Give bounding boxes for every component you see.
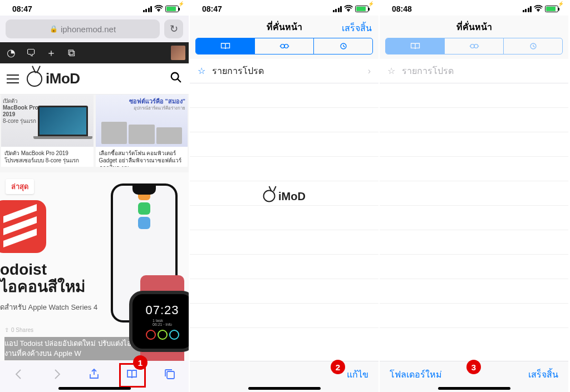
- share-button[interactable]: [85, 365, 104, 384]
- latest-badge: ล่าสุด: [6, 179, 34, 194]
- star-icon: ☆: [198, 66, 205, 76]
- new-folder-button[interactable]: โฟลเดอร์ใหม่: [390, 368, 442, 381]
- url-text: iphonemod.net: [61, 24, 116, 34]
- featured-title: odoistไอคอนสีใหม่: [0, 261, 85, 296]
- tabs-button[interactable]: [160, 365, 179, 384]
- comment-icon[interactable]: 🗨: [23, 45, 39, 61]
- home-indicator[interactable]: [58, 387, 131, 390]
- home-indicator[interactable]: [248, 387, 321, 390]
- nav-title: ที่คั่นหน้า: [267, 20, 302, 34]
- url-field[interactable]: 🔒 iphonemod.net: [6, 19, 160, 38]
- done-button[interactable]: เสร็จสิ้น: [528, 368, 558, 381]
- chevron-right-icon: ›: [368, 66, 371, 76]
- seg-reading-list[interactable]: [255, 38, 314, 54]
- devices-illustration: [101, 111, 183, 144]
- step-badge: 1: [133, 355, 148, 370]
- bookmarks-list: ☆ รายการโปรด: [380, 59, 568, 328]
- favorites-row[interactable]: ☆ รายการโปรด ›: [190, 59, 379, 83]
- status-bar: 08:47 ⚡: [190, 0, 379, 16]
- favorites-row: ☆ รายการโปรด: [380, 59, 568, 83]
- svg-rect-2: [167, 371, 174, 379]
- wifi-icon: [154, 5, 163, 13]
- share-count: ⇪0 Shares: [4, 327, 33, 333]
- site-header: iMoD: [0, 63, 189, 95]
- avatar[interactable]: [171, 46, 185, 60]
- article-card[interactable]: เปิดตัว MacBook Pro 2019 8-core รุ่นแรก …: [1, 95, 94, 167]
- nav-bar: ที่คั่นหน้า: [380, 16, 568, 38]
- status-time: 08:47: [202, 4, 222, 13]
- edit-button[interactable]: แก้ไข: [347, 368, 368, 381]
- forward-button[interactable]: [47, 365, 66, 384]
- step-badge: 2: [331, 360, 345, 374]
- device-mockup: 07:23 1 task06:21 · Info: [89, 183, 189, 361]
- battery-icon: [165, 6, 179, 12]
- cellular-icon: [143, 6, 153, 12]
- svg-point-6: [470, 44, 474, 48]
- nav-title: ที่คั่นหน้า: [456, 20, 492, 34]
- svg-point-7: [474, 44, 478, 48]
- back-button[interactable]: [9, 365, 28, 384]
- watch-time: 07:23: [145, 303, 179, 317]
- svg-point-4: [284, 44, 288, 48]
- site-admin-bar: ◔ 🗨 ＋ ⧉: [0, 42, 189, 63]
- article-card[interactable]: ซอฟต์แวร์คือ "สมอง" อุปกรณ์ฮาร์ดแวร์คือร…: [96, 95, 188, 167]
- seg-bookmarks[interactable]: [196, 38, 255, 54]
- status-icons: ⚡: [143, 5, 179, 13]
- card-caption: เลือกซื้อสมาร์ตโฟน คอมพิวเตอร์ Gadget อย…: [96, 147, 188, 167]
- svg-point-3: [281, 44, 284, 48]
- todoist-icon: [0, 200, 46, 253]
- done-button[interactable]: เสร็จสิ้น: [342, 21, 372, 35]
- charging-icon: ⚡: [178, 1, 184, 7]
- search-icon[interactable]: [170, 71, 182, 87]
- address-bar: 🔒 iphonemod.net ↻: [0, 16, 189, 42]
- logo-icon: [27, 71, 42, 87]
- plus-icon[interactable]: ＋: [43, 45, 59, 61]
- status-time: 08:48: [392, 4, 412, 13]
- screen-safari-page: 08:47 ⚡ 🔒 iphonemod.net ↻ ◔ 🗨 ＋ ⧉ iMoD: [0, 0, 190, 392]
- reload-button[interactable]: ↻: [164, 19, 183, 38]
- segmented-control: [195, 38, 373, 54]
- seg-history[interactable]: [314, 38, 372, 54]
- yoast-icon[interactable]: ⧉: [63, 45, 79, 61]
- featured-subtitle: ดสำหรับ Apple Watch Series 4: [0, 301, 97, 313]
- nav-bar: ที่คั่นหน้า เสร็จสิ้น: [190, 16, 379, 38]
- article-cards: เปิดตัว MacBook Pro 2019 8-core รุ่นแรก …: [0, 95, 189, 167]
- featured-article[interactable]: ล่าสุด odoistไอคอนสีใหม่ ดสำหรับ Apple W…: [0, 172, 189, 361]
- lock-icon: 🔒: [50, 25, 58, 33]
- laptop-illustration: [38, 106, 88, 136]
- segmented-control: [385, 38, 563, 54]
- seg-history: [504, 38, 562, 54]
- screen-bookmarks-view: 08:47 ⚡ ที่คั่นหน้า เสร็จสิ้น ☆ รายการโป…: [190, 0, 380, 392]
- watermark: iMoD: [263, 190, 306, 202]
- site-logo[interactable]: iMoD: [27, 70, 80, 87]
- step-badge: 3: [466, 360, 481, 374]
- screen-bookmarks-edit: 08:48 ⚡ ที่คั่นหน้า ☆ รายการโปรด โฟลเดอร…: [380, 0, 569, 392]
- svg-line-1: [178, 78, 181, 82]
- status-bar: 08:48 ⚡: [380, 0, 568, 16]
- status-time: 08:47: [12, 4, 32, 13]
- status-bar: 08:47 ⚡: [0, 0, 189, 16]
- hamburger-icon[interactable]: [7, 75, 19, 83]
- row-label: รายการโปรด: [402, 64, 454, 78]
- card-caption: เปิดตัว MacBook Pro 2019 โปรเซสเซอร์แบบ …: [1, 147, 94, 167]
- seg-reading-list: [445, 38, 504, 54]
- gauge-icon[interactable]: ◔: [3, 45, 19, 61]
- home-indicator[interactable]: [438, 387, 510, 390]
- star-icon: ☆: [387, 66, 395, 76]
- row-label: รายการโปรด: [212, 64, 264, 78]
- site-brand: iMoD: [46, 70, 80, 87]
- seg-bookmarks: [386, 38, 445, 54]
